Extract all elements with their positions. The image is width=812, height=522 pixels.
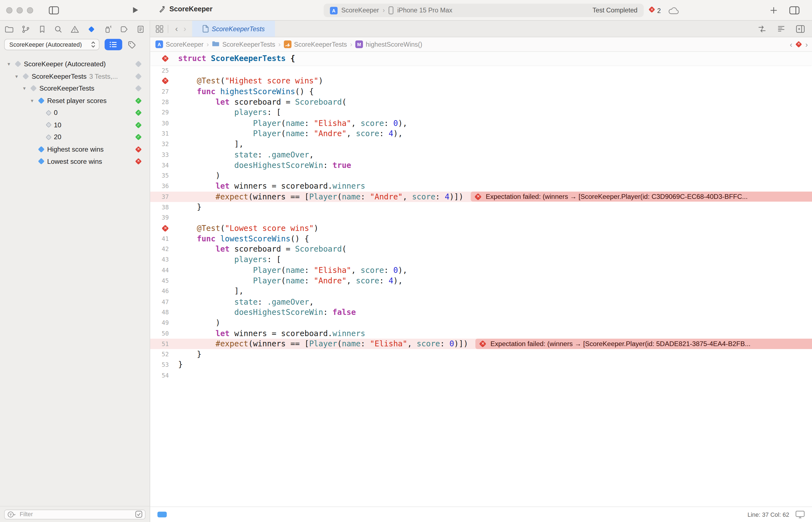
breadcrumb-item[interactable]: MhighestScoreWins() xyxy=(356,40,422,48)
find-icon[interactable] xyxy=(54,25,63,34)
line-number[interactable]: 46 xyxy=(150,287,173,295)
line-number[interactable]: 49 xyxy=(150,319,173,326)
test-tree-item[interactable]: Highest score wins✕ xyxy=(0,143,150,155)
code-line[interactable]: 47 state: .gameOver, xyxy=(150,296,812,307)
code-line[interactable]: 43 players: [ xyxy=(150,254,812,265)
breadcrumb-item[interactable]: ScoreKeeperTests xyxy=(284,40,347,48)
test-tree-item[interactable]: Lowest score wins✕ xyxy=(0,156,150,168)
test-plan-selector[interactable]: ScoreKeeper (Autocreated) xyxy=(4,39,99,50)
breadcrumb-item[interactable]: ScoreKeeperTests xyxy=(212,40,275,48)
test-tree-item[interactable]: ▾ScoreKeeperTests3 Tests,... xyxy=(0,70,150,82)
test-failure-badge[interactable]: ✕ 2 xyxy=(649,7,661,14)
line-number[interactable]: 54 xyxy=(150,372,173,379)
close-window-button[interactable] xyxy=(6,7,13,14)
group-tests-button[interactable] xyxy=(105,39,122,50)
line-number[interactable]: 27 xyxy=(150,88,173,95)
run-test-gutter-button[interactable]: ✕ xyxy=(150,78,173,84)
line-number[interactable]: 52 xyxy=(150,351,173,358)
sticky-scope-header[interactable]: ✕ struct ScoreKeeperTests { xyxy=(150,52,812,65)
code-line[interactable]: 52 } xyxy=(150,349,812,360)
code-line[interactable]: 42 let scoreboard = Scoreboard( xyxy=(150,244,812,254)
test-tree-item[interactable]: ▾ScoreKeeper (Autocreated) xyxy=(0,58,150,70)
line-number[interactable]: 38 xyxy=(150,204,173,211)
editor-indicator-chip[interactable] xyxy=(158,512,167,518)
toggle-navigator-icon[interactable] xyxy=(48,6,59,15)
code-line[interactable]: 39 xyxy=(150,213,812,223)
line-number[interactable]: 50 xyxy=(150,330,173,337)
run-test-gutter-button[interactable]: ✕ xyxy=(150,225,173,232)
tab-overview-icon[interactable] xyxy=(156,25,164,33)
go-forward-icon[interactable]: › xyxy=(181,24,189,34)
inline-error-banner[interactable]: ✕Expectation failed: (winners → [ScoreKe… xyxy=(475,339,812,349)
add-button-icon[interactable] xyxy=(769,6,778,15)
line-number[interactable]: 25 xyxy=(150,67,173,74)
code-line[interactable]: 46 ], xyxy=(150,286,812,296)
breadcrumb-item[interactable]: AScoreKeeper xyxy=(156,40,204,48)
test-tree-item[interactable]: 20✓ xyxy=(0,131,150,143)
next-issue-icon[interactable]: › xyxy=(805,40,808,48)
line-number[interactable]: 30 xyxy=(150,119,173,126)
code-line[interactable]: 44 Player(name: "Elisha", score: 0), xyxy=(150,265,812,275)
run-button[interactable] xyxy=(132,6,139,14)
toggle-inspector-icon[interactable] xyxy=(789,6,800,15)
issues-icon[interactable] xyxy=(70,25,79,34)
code-line[interactable]: 51 #expect(winners == [Player(name: "Eli… xyxy=(150,339,812,349)
project-navigator-icon[interactable] xyxy=(5,25,14,34)
line-number[interactable]: 43 xyxy=(150,256,173,263)
line-number[interactable]: 37 xyxy=(150,193,173,200)
code-line[interactable]: 27 func highestScoreWins() { xyxy=(150,86,812,97)
code-line[interactable]: 29 players: [ xyxy=(150,107,812,118)
code-line[interactable]: 41 func lowestScoreWins() { xyxy=(150,234,812,244)
line-number[interactable]: 47 xyxy=(150,298,173,305)
code-line[interactable]: 49 ) xyxy=(150,318,812,328)
cloud-icon[interactable] xyxy=(668,7,679,14)
previous-issue-icon[interactable]: ‹ xyxy=(790,40,792,48)
code-line[interactable]: 36 let winners = scoreboard.winners xyxy=(150,181,812,192)
inline-error-banner[interactable]: ✕Expectation failed: (winners → [ScoreKe… xyxy=(471,192,812,202)
line-number[interactable]: 33 xyxy=(150,151,173,158)
code-line[interactable]: 30 Player(name: "Elisha", score: 0), xyxy=(150,118,812,128)
line-number[interactable]: 35 xyxy=(150,172,173,179)
checkbox-filter-icon[interactable] xyxy=(135,511,142,518)
disclosure-chevron[interactable]: ▾ xyxy=(13,74,20,79)
line-number[interactable]: 28 xyxy=(150,98,173,105)
line-number[interactable]: 45 xyxy=(150,277,173,284)
line-number[interactable]: 39 xyxy=(150,214,173,221)
source-control-icon[interactable] xyxy=(21,25,30,34)
display-icon[interactable] xyxy=(795,511,805,518)
code-line[interactable]: 54 xyxy=(150,370,812,381)
disclosure-chevron[interactable]: ▾ xyxy=(28,98,36,104)
code-line[interactable]: 34 doesHighestScoreWin: true xyxy=(150,160,812,170)
code-line[interactable]: 53} xyxy=(150,360,812,370)
go-back-icon[interactable]: ‹ xyxy=(172,24,181,34)
code-line[interactable]: 45 Player(name: "Andre", score: 4), xyxy=(150,275,812,286)
bookmarks-icon[interactable] xyxy=(38,25,46,34)
test-tree-item[interactable]: ▾ScoreKeeperTests xyxy=(0,82,150,95)
code-line[interactable]: 28 let scoreboard = Scoreboard( xyxy=(150,97,812,107)
code-line[interactable]: 35 ) xyxy=(150,170,812,181)
line-number[interactable]: 32 xyxy=(150,141,173,148)
test-tree-item[interactable]: 10✓ xyxy=(0,119,150,131)
code-line[interactable]: 31 Player(name: "Andre", score: 4), xyxy=(150,128,812,139)
disclosure-chevron[interactable]: ▾ xyxy=(5,61,13,67)
code-line[interactable]: 33 state: .gameOver, xyxy=(150,149,812,160)
tab-scorekeepertests[interactable]: ScoreKeeperTests xyxy=(192,21,275,37)
adjust-editor-options-icon[interactable] xyxy=(777,25,786,33)
add-editor-icon[interactable] xyxy=(796,25,805,33)
zoom-window-button[interactable] xyxy=(27,7,34,14)
line-number[interactable]: 42 xyxy=(150,245,173,253)
line-number[interactable]: 48 xyxy=(150,308,173,316)
code-line[interactable]: 48 doesHighestScoreWin: false xyxy=(150,307,812,318)
tests-icon[interactable] xyxy=(87,25,96,34)
suite-run-status-gutter[interactable]: ✕ xyxy=(150,52,173,65)
line-number[interactable]: 41 xyxy=(150,235,173,242)
code-line[interactable]: 32 ], xyxy=(150,139,812,149)
test-tree-item[interactable]: 0✓ xyxy=(0,107,150,119)
line-number[interactable]: 36 xyxy=(150,183,173,190)
code-line[interactable]: 37 #expect(winners == [Player(name: "And… xyxy=(150,192,812,202)
code-line[interactable]: 50 let winners = scoreboard.winners xyxy=(150,328,812,339)
test-tree-item[interactable]: ▾Reset player scores✓ xyxy=(0,95,150,107)
line-number[interactable]: 29 xyxy=(150,109,173,116)
line-number[interactable]: 34 xyxy=(150,162,173,169)
debug-icon[interactable] xyxy=(103,25,112,34)
